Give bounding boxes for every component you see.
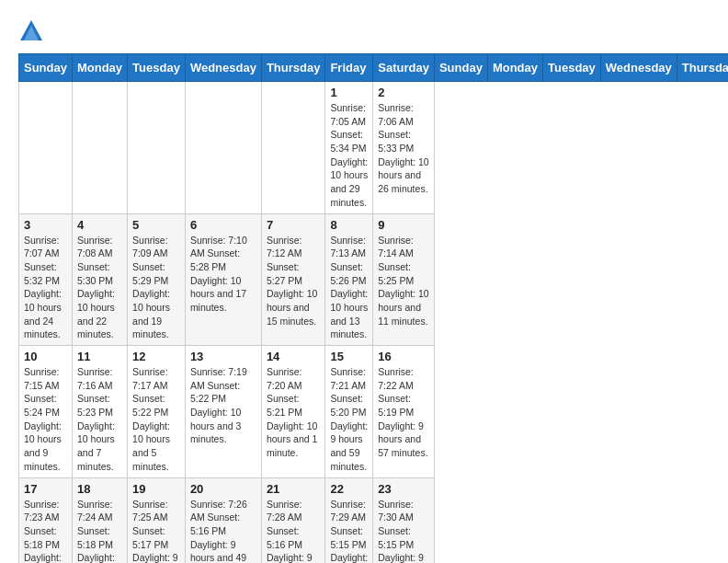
day-info: Sunrise: 7:20 AM Sunset: 5:21 PM Dayligh… [267,365,321,460]
day-info: Sunrise: 7:29 AM Sunset: 5:15 PM Dayligh… [330,498,368,564]
calendar-cell: 15Sunrise: 7:21 AM Sunset: 5:20 PM Dayli… [325,346,373,478]
logo [18,18,48,44]
calendar-cell: 20Sunrise: 7:26 AM Sunset: 5:16 PM Dayli… [185,477,261,563]
day-info: Sunrise: 7:21 AM Sunset: 5:20 PM Dayligh… [330,365,368,474]
weekday-header-wednesday: Wednesday [600,54,677,82]
weekday-header-wednesday: Wednesday [185,54,261,82]
calendar-cell [72,82,127,214]
day-info: Sunrise: 7:05 AM Sunset: 5:34 PM Dayligh… [330,101,368,210]
day-number: 23 [378,482,429,496]
calendar-cell: 21Sunrise: 7:28 AM Sunset: 5:16 PM Dayli… [261,477,325,563]
day-number: 7 [267,218,321,232]
calendar-cell: 17Sunrise: 7:23 AM Sunset: 5:18 PM Dayli… [19,477,73,563]
day-info: Sunrise: 7:22 AM Sunset: 5:19 PM Dayligh… [378,365,429,460]
calendar-cell: 23Sunrise: 7:30 AM Sunset: 5:15 PM Dayli… [373,477,435,563]
calendar-cell: 10Sunrise: 7:15 AM Sunset: 5:24 PM Dayli… [19,346,73,478]
day-number: 20 [190,482,256,496]
day-number: 9 [378,218,429,232]
day-number: 21 [267,482,321,496]
day-number: 6 [190,218,256,232]
weekday-header-tuesday: Tuesday [128,54,186,82]
day-info: Sunrise: 7:19 AM Sunset: 5:22 PM Dayligh… [190,365,256,446]
calendar-cell: 5Sunrise: 7:09 AM Sunset: 5:29 PM Daylig… [128,213,186,346]
calendar-cell: 6Sunrise: 7:10 AM Sunset: 5:28 PM Daylig… [185,213,261,346]
day-info: Sunrise: 7:08 AM Sunset: 5:30 PM Dayligh… [77,234,122,342]
day-info: Sunrise: 7:13 AM Sunset: 5:26 PM Dayligh… [330,234,368,342]
day-info: Sunrise: 7:15 AM Sunset: 5:24 PM Dayligh… [24,365,67,474]
day-info: Sunrise: 7:09 AM Sunset: 5:29 PM Dayligh… [132,234,180,342]
day-number: 4 [77,218,122,232]
calendar-cell: 22Sunrise: 7:29 AM Sunset: 5:15 PM Dayli… [325,477,373,563]
day-number: 14 [267,350,321,363]
weekday-header-monday: Monday [487,54,542,82]
day-info: Sunrise: 7:17 AM Sunset: 5:22 PM Dayligh… [132,365,180,474]
calendar-cell [261,82,325,214]
weekday-header-thursday: Thursday [677,54,728,82]
calendar-cell: 19Sunrise: 7:25 AM Sunset: 5:17 PM Dayli… [128,477,186,563]
weekday-header-monday: Monday [72,54,127,82]
calendar-week-row: 1Sunrise: 7:05 AM Sunset: 5:34 PM Daylig… [19,82,729,214]
day-number: 19 [132,482,180,496]
calendar-cell: 2Sunrise: 7:06 AM Sunset: 5:33 PM Daylig… [373,82,435,214]
day-number: 22 [330,482,368,496]
day-info: Sunrise: 7:14 AM Sunset: 5:25 PM Dayligh… [378,234,429,328]
day-number: 17 [24,482,67,496]
calendar-cell: 11Sunrise: 7:16 AM Sunset: 5:23 PM Dayli… [72,346,127,478]
day-number: 5 [132,218,180,232]
weekday-header-saturday: Saturday [373,54,435,82]
day-number: 13 [190,350,256,363]
day-info: Sunrise: 7:07 AM Sunset: 5:32 PM Dayligh… [24,234,67,342]
day-number: 10 [24,350,67,363]
weekday-header-thursday: Thursday [261,54,325,82]
weekday-header-sunday: Sunday [434,54,487,82]
calendar-cell [128,82,186,214]
day-number: 16 [378,350,429,363]
calendar-cell: 14Sunrise: 7:20 AM Sunset: 5:21 PM Dayli… [261,346,325,478]
day-number: 8 [330,218,368,232]
day-number: 2 [378,86,429,99]
weekday-header-sunday: Sunday [19,54,73,82]
calendar-cell: 1Sunrise: 7:05 AM Sunset: 5:34 PM Daylig… [325,82,373,214]
calendar-table: SundayMondayTuesdayWednesdayThursdayFrid… [18,53,728,563]
day-info: Sunrise: 7:24 AM Sunset: 5:18 PM Dayligh… [77,498,122,564]
calendar-week-row: 10Sunrise: 7:15 AM Sunset: 5:24 PM Dayli… [19,346,729,478]
day-info: Sunrise: 7:12 AM Sunset: 5:27 PM Dayligh… [267,234,321,328]
calendar-cell: 9Sunrise: 7:14 AM Sunset: 5:25 PM Daylig… [373,213,435,346]
weekday-header-tuesday: Tuesday [543,54,601,82]
day-info: Sunrise: 7:16 AM Sunset: 5:23 PM Dayligh… [77,365,122,474]
calendar-week-row: 3Sunrise: 7:07 AM Sunset: 5:32 PM Daylig… [19,213,729,346]
day-info: Sunrise: 7:30 AM Sunset: 5:15 PM Dayligh… [378,498,429,564]
calendar-cell: 13Sunrise: 7:19 AM Sunset: 5:22 PM Dayli… [185,346,261,478]
calendar-cell: 3Sunrise: 7:07 AM Sunset: 5:32 PM Daylig… [19,213,73,346]
day-number: 11 [77,350,122,363]
day-info: Sunrise: 7:06 AM Sunset: 5:33 PM Dayligh… [378,101,429,196]
calendar-cell: 18Sunrise: 7:24 AM Sunset: 5:18 PM Dayli… [72,477,127,563]
calendar-week-row: 17Sunrise: 7:23 AM Sunset: 5:18 PM Dayli… [19,477,729,563]
weekday-header-friday: Friday [325,54,373,82]
day-number: 15 [330,350,368,363]
calendar-cell: 12Sunrise: 7:17 AM Sunset: 5:22 PM Dayli… [128,346,186,478]
day-number: 12 [132,350,180,363]
day-info: Sunrise: 7:26 AM Sunset: 5:16 PM Dayligh… [190,498,256,564]
calendar-header-row: SundayMondayTuesdayWednesdayThursdayFrid… [19,54,729,82]
page-header [18,18,710,44]
logo-icon [18,18,44,44]
day-info: Sunrise: 7:25 AM Sunset: 5:17 PM Dayligh… [132,498,180,564]
calendar-cell: 16Sunrise: 7:22 AM Sunset: 5:19 PM Dayli… [373,346,435,478]
calendar-cell [19,82,73,214]
day-info: Sunrise: 7:10 AM Sunset: 5:28 PM Dayligh… [190,234,256,315]
day-number: 3 [24,218,67,232]
calendar-cell: 7Sunrise: 7:12 AM Sunset: 5:27 PM Daylig… [261,213,325,346]
calendar-cell: 8Sunrise: 7:13 AM Sunset: 5:26 PM Daylig… [325,213,373,346]
day-info: Sunrise: 7:28 AM Sunset: 5:16 PM Dayligh… [267,498,321,564]
day-number: 18 [77,482,122,496]
day-info: Sunrise: 7:23 AM Sunset: 5:18 PM Dayligh… [24,498,67,564]
day-number: 1 [330,86,368,99]
calendar-cell [185,82,261,214]
calendar-cell: 4Sunrise: 7:08 AM Sunset: 5:30 PM Daylig… [72,213,127,346]
